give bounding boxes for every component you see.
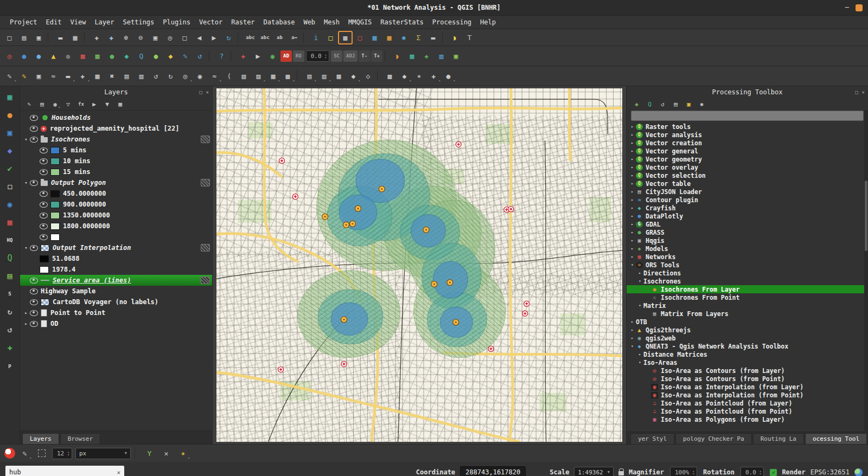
grid-tool-button[interactable]: ▩	[383, 70, 397, 82]
results-viewer-button[interactable]: ▤	[671, 100, 681, 109]
vertex-tool-button[interactable]: ✚▾	[76, 70, 90, 82]
expander-icon[interactable]: ▸	[629, 222, 636, 227]
processing-item[interactable]: ▸●DataPlotly	[627, 212, 868, 220]
processing-item[interactable]: ▣Iso-Area as Interpolation (from Layer)	[627, 383, 868, 391]
processing-item[interactable]: ▸QVector selection	[627, 171, 868, 179]
visibility-eye-icon[interactable]	[30, 137, 38, 143]
layer-item[interactable]: 5 mins	[20, 145, 212, 156]
map-tips-button[interactable]: ◗	[448, 31, 462, 44]
expander-icon[interactable]: ▾	[22, 245, 30, 250]
coordinate-value[interactable]: 288743,1617820	[460, 466, 526, 476]
statistics-sum-button[interactable]: Σ	[412, 31, 425, 44]
intersection-snapping-button[interactable]: ✕	[159, 447, 173, 460]
expander-icon[interactable]: ▸	[629, 327, 636, 332]
processing-item[interactable]: ▸≈Contour plugin	[627, 196, 868, 204]
visibility-eye-icon[interactable]	[40, 169, 48, 175]
expander-icon[interactable]: ▸	[629, 319, 636, 324]
cut-features-button[interactable]: ✖	[105, 70, 119, 82]
save-project-button[interactable]: ▣	[32, 31, 46, 44]
spinner-arrows-icon[interactable]: ▴▾	[67, 451, 69, 456]
expander-icon[interactable]: ▸	[629, 140, 636, 145]
processing-item[interactable]: ▾Iso-Areas	[627, 358, 868, 366]
zoom-out-button[interactable]: ⊖	[134, 31, 148, 44]
gps-tools-icon[interactable]: ▣	[3, 126, 17, 139]
undo-edit-button[interactable]: ↺	[149, 70, 163, 82]
add-ring-button[interactable]: ◎▾	[178, 70, 192, 82]
processing-item[interactable]: ▸QVector general	[627, 147, 868, 155]
dropdown-arrow-icon[interactable]: ▾	[73, 79, 75, 82]
processing-item[interactable]: ▸GGDAL	[627, 220, 868, 228]
processing-item[interactable]: ▸Distance Matrices	[627, 350, 868, 358]
expander-icon[interactable]: ▾	[636, 360, 643, 365]
add-green-button[interactable]: ✚	[420, 50, 433, 62]
digitizing-check-icon[interactable]: ✔	[3, 162, 17, 175]
offset-curve-button[interactable]: (	[222, 70, 236, 82]
menu-mmqgis[interactable]: MMQGIS	[344, 17, 376, 27]
close-button[interactable]	[856, 4, 863, 11]
processing-item[interactable]: ▸QVector creation	[627, 139, 868, 147]
pan-to-selection-button[interactable]: ✚	[105, 31, 118, 44]
dropdown-arrow-icon[interactable]: ▾	[14, 79, 16, 82]
epsg-code[interactable]: EPSG:32651	[810, 468, 850, 476]
visibility-eye-icon[interactable]	[30, 310, 38, 316]
layer-item[interactable]: 450.0000000	[20, 188, 212, 199]
colored-grid-button[interactable]: ▦	[91, 50, 104, 62]
split-parts-button[interactable]: ▨▾	[252, 70, 265, 82]
text-annotation-button[interactable]: T	[463, 31, 476, 44]
snapping-toggle-button[interactable]: ✎▾	[18, 447, 31, 460]
snapping-options-button[interactable]: ▩▾	[281, 70, 295, 82]
label-pin-button[interactable]: abc	[258, 31, 272, 44]
lock-scale-icon[interactable]	[618, 471, 624, 475]
processing-item[interactable]: ▸●GRASS	[627, 228, 868, 236]
provider-q-button[interactable]: Q	[644, 100, 655, 109]
options-button[interactable]: ✱	[697, 100, 707, 109]
undock-processing-icon[interactable]: □	[855, 89, 858, 95]
split-features-button[interactable]: ▧	[237, 70, 251, 82]
add-part-button[interactable]: ◉	[193, 70, 207, 82]
expander-icon[interactable]: ▸	[629, 157, 636, 162]
refresh-cw-icon[interactable]: ↻	[3, 305, 17, 318]
layer-item[interactable]: ▾Output Interpolation	[20, 242, 212, 253]
dropdown-arrow-icon[interactable]: ▾	[219, 79, 221, 82]
merge-features-button[interactable]: ▦▾	[266, 70, 280, 82]
menu-plugins[interactable]: Plugins	[158, 17, 195, 27]
processing-item[interactable]: ▸◈Models	[627, 245, 868, 253]
processing-item[interactable]: ▸QVector overlay	[627, 163, 868, 171]
data-source-manager-icon[interactable]: ▦	[3, 91, 17, 104]
layer-item[interactable]: 10 mins	[20, 156, 212, 166]
undo-arrow-button[interactable]: ↺	[193, 50, 207, 62]
open-project-button[interactable]: ▤	[17, 31, 31, 44]
close-panel-icon[interactable]: ✕	[206, 89, 209, 95]
node-tool-button[interactable]: ◉	[266, 50, 279, 62]
processing-item[interactable]: ▸▦Networks	[627, 253, 868, 261]
compass-button[interactable]: ◆	[120, 50, 133, 62]
clear-search-icon[interactable]: ✕	[117, 469, 120, 476]
processing-item[interactable]: ◉Isochrones From Layer	[627, 285, 868, 293]
red-grid-icon[interactable]: ▦	[3, 216, 17, 229]
expander-icon[interactable]: ▸	[629, 254, 636, 259]
expander-icon[interactable]: ▸	[629, 230, 636, 235]
layer-item[interactable]: 900.0000000	[20, 199, 212, 210]
digitize-curve-button[interactable]: ≈	[47, 70, 60, 82]
hq-plugin-icon[interactable]: HQ	[3, 234, 17, 247]
menu-layer[interactable]: Layer	[90, 17, 118, 27]
adj-badge[interactable]: ADJ	[343, 50, 358, 62]
field-calculator-button[interactable]: ▦	[382, 31, 396, 44]
mmqgis-grid-button[interactable]: ▦	[76, 50, 90, 62]
processing-item[interactable]: ▸Directions	[627, 269, 868, 277]
zoom-to-layer-button[interactable]: □	[178, 31, 192, 44]
raster-align-button[interactable]: ▤▾	[303, 70, 316, 82]
expander-icon[interactable]: ▸	[629, 165, 636, 170]
expander-icon[interactable]: ▸	[629, 197, 636, 202]
style-dock-icon[interactable]: ◆	[3, 144, 17, 157]
processing-item[interactable]: ▦Matrix From Layers	[627, 310, 868, 318]
mesh-calc-button[interactable]: ▦	[332, 70, 346, 82]
search-plugin-icon[interactable]: Q	[3, 252, 17, 265]
expander-icon[interactable]: ▸	[629, 149, 636, 153]
layer-item[interactable]: +reprojected_amenity_hospital [22]	[20, 123, 212, 134]
visibility-eye-icon[interactable]	[40, 223, 48, 229]
deselect-features-button[interactable]: ▢	[353, 31, 367, 44]
angle-value-spin[interactable]: 0.0▴▾	[306, 50, 330, 62]
map-svg[interactable]	[216, 88, 622, 442]
visibility-eye-icon[interactable]	[30, 180, 38, 186]
